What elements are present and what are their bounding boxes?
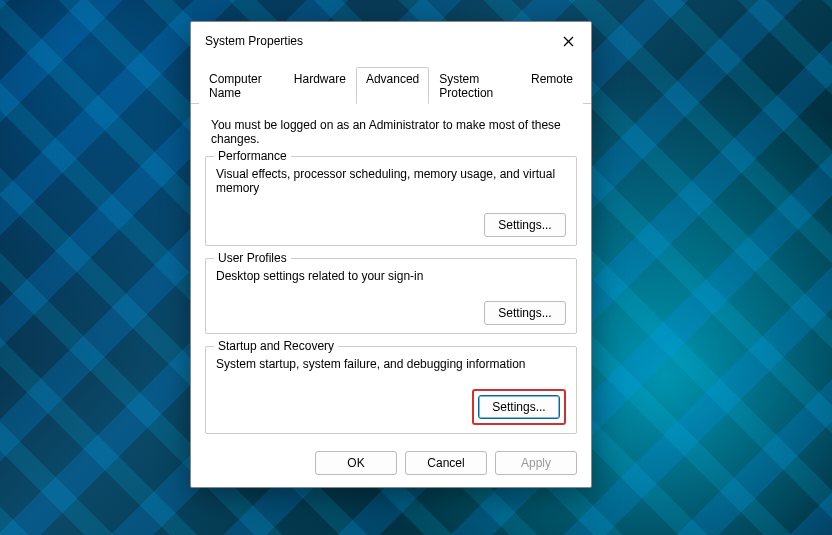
tab-hardware[interactable]: Hardware xyxy=(284,67,356,104)
tab-system-protection[interactable]: System Protection xyxy=(429,67,521,104)
system-properties-dialog: System Properties Computer Name Hardware… xyxy=(190,21,592,488)
startup-recovery-settings-button[interactable]: Settings... xyxy=(478,395,560,419)
group-user-profiles: User Profiles Desktop settings related t… xyxy=(205,258,577,334)
group-performance: Performance Visual effects, processor sc… xyxy=(205,156,577,246)
dialog-footer: OK Cancel Apply xyxy=(191,441,591,487)
admin-note: You must be logged on as an Administrato… xyxy=(211,118,577,146)
titlebar: System Properties xyxy=(191,22,591,58)
tab-advanced[interactable]: Advanced xyxy=(356,67,429,104)
highlight-annotation: Settings... xyxy=(472,389,566,425)
tab-computer-name[interactable]: Computer Name xyxy=(199,67,284,104)
cancel-button[interactable]: Cancel xyxy=(405,451,487,475)
close-button[interactable] xyxy=(557,30,579,52)
group-startup-recovery: Startup and Recovery System startup, sys… xyxy=(205,346,577,434)
group-user-profiles-desc: Desktop settings related to your sign-in xyxy=(216,269,566,283)
user-profiles-settings-button[interactable]: Settings... xyxy=(484,301,566,325)
ok-button[interactable]: OK xyxy=(315,451,397,475)
group-performance-title: Performance xyxy=(214,149,291,163)
group-user-profiles-title: User Profiles xyxy=(214,251,291,265)
group-startup-recovery-title: Startup and Recovery xyxy=(214,339,338,353)
window-title: System Properties xyxy=(205,34,303,48)
performance-settings-button[interactable]: Settings... xyxy=(484,213,566,237)
tab-content-advanced: You must be logged on as an Administrato… xyxy=(191,104,591,441)
apply-button[interactable]: Apply xyxy=(495,451,577,475)
group-startup-recovery-desc: System startup, system failure, and debu… xyxy=(216,357,566,371)
tab-strip: Computer Name Hardware Advanced System P… xyxy=(191,66,591,104)
close-icon xyxy=(563,36,574,47)
group-performance-desc: Visual effects, processor scheduling, me… xyxy=(216,167,566,195)
tab-remote[interactable]: Remote xyxy=(521,67,583,104)
